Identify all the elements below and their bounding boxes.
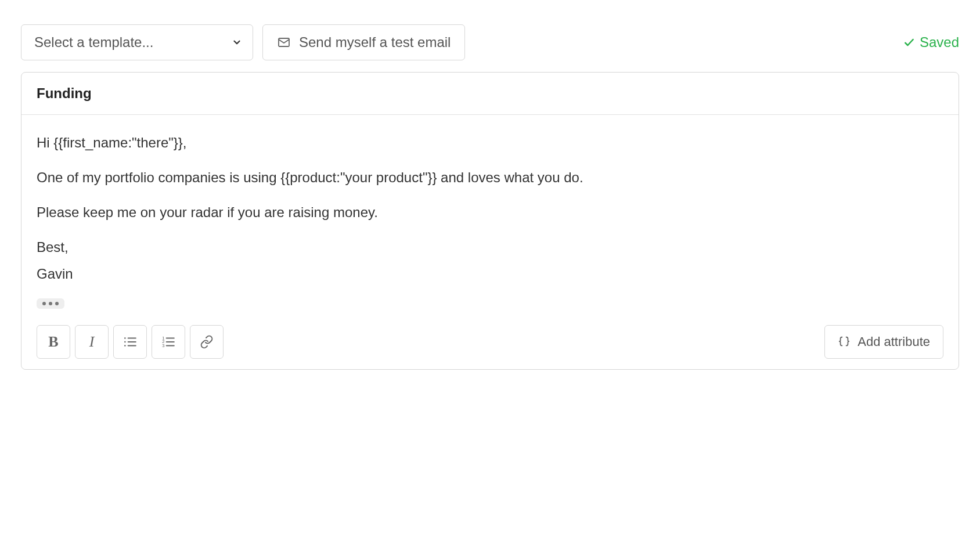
email-subject-text: Funding: [37, 85, 92, 101]
send-test-email-label: Send myself a test email: [299, 34, 451, 51]
body-greeting: Hi {{first_name:"there"}},: [37, 132, 943, 153]
email-editor-page: Select a template... Send myself a test …: [0, 0, 980, 394]
body-line-1: One of my portfolio companies is using {…: [37, 167, 943, 188]
svg-point-3: [124, 341, 126, 343]
check-icon: [903, 37, 915, 48]
braces-icon: [838, 336, 851, 348]
bullet-list-icon: [123, 334, 138, 349]
email-editor: Funding Hi {{first_name:"there"}}, One o…: [21, 72, 959, 370]
send-test-email-button[interactable]: Send myself a test email: [262, 24, 465, 60]
italic-button[interactable]: I: [75, 325, 109, 359]
format-toolbar: B I: [21, 317, 959, 369]
link-button[interactable]: [190, 325, 224, 359]
link-icon: [200, 335, 214, 349]
saved-label: Saved: [920, 34, 959, 51]
format-tool-group: B I: [37, 325, 224, 359]
bold-button[interactable]: B: [37, 325, 70, 359]
ellipsis-icon: [55, 302, 59, 305]
add-attribute-button[interactable]: Add attribute: [824, 325, 943, 359]
email-body-editor[interactable]: Hi {{first_name:"there"}}, One of my por…: [21, 115, 959, 317]
body-sender-name: Gavin: [37, 264, 943, 284]
chevron-down-icon: [232, 37, 242, 48]
numbered-list-icon: 1 2 3: [161, 334, 176, 349]
envelope-icon: [277, 35, 291, 49]
svg-point-5: [124, 345, 126, 347]
template-select[interactable]: Select a template...: [21, 24, 253, 60]
svg-text:3: 3: [162, 343, 164, 348]
numbered-list-button[interactable]: 1 2 3: [152, 325, 185, 359]
top-controls-row: Select a template... Send myself a test …: [21, 24, 959, 60]
template-select-placeholder: Select a template...: [34, 34, 153, 51]
add-attribute-label: Add attribute: [858, 334, 930, 349]
saved-status: Saved: [903, 34, 959, 51]
bold-icon: B: [48, 333, 58, 351]
body-line-2: Please keep me on your radar if you are …: [37, 202, 943, 223]
svg-point-1: [124, 337, 126, 339]
body-signoff: Best,: [37, 237, 943, 258]
email-subject-field[interactable]: Funding: [21, 73, 959, 115]
bullet-list-button[interactable]: [113, 325, 147, 359]
italic-icon: I: [89, 333, 95, 351]
ellipsis-icon: [42, 302, 46, 305]
ellipsis-icon: [49, 302, 52, 305]
quoted-content-toggle[interactable]: [37, 298, 64, 309]
